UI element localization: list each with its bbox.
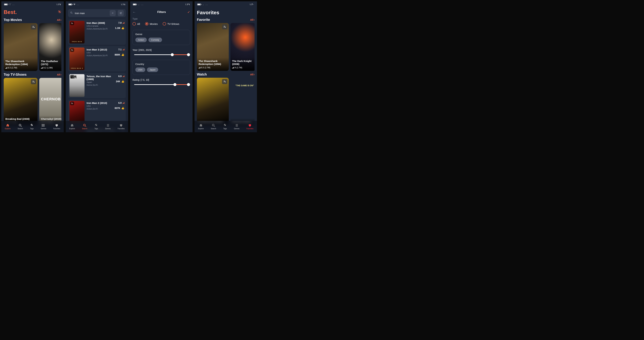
year-slider[interactable] [134,54,188,55]
bottom-nav: Explore Search Tags Genres Favorites [66,121,128,132]
result-country: USA,Canada [86,25,113,27]
add-to-list-button[interactable] [70,102,74,105]
rating-bars-icon [122,22,124,24]
nav-genres[interactable]: Genres [105,124,111,130]
nav-genres[interactable]: Genres [234,124,240,130]
heart-icon [55,124,58,127]
home-icon [6,124,10,127]
bottom-nav: Explore Search Tags Genres Favorites [1,121,64,132]
rating-slider[interactable] [134,84,188,85]
clear-button[interactable]: ✕ [110,10,116,16]
nav-tags[interactable]: Tags [30,124,34,130]
search-input[interactable] [75,12,108,15]
add-to-list-button[interactable] [31,79,36,84]
watch-row[interactable]: Breaking Bad (2008) "THE GAME IS ON" She… [197,78,254,126]
movie-card[interactable]: The Godfather (1972) 9.2 (1.9M) [39,23,62,71]
result-rating: 6.9 [118,75,124,78]
add-to-list-button[interactable] [222,79,228,84]
favorite-row[interactable]: The Shawshank Redemption (1994) 9.3(2.7M… [197,23,254,71]
see-all-link[interactable]: All› [250,73,255,76]
add-to-list-button[interactable] [70,22,74,25]
slider-handle-min[interactable] [171,53,174,56]
see-all-link[interactable]: All› [250,18,255,21]
country-chip[interactable]: USA [135,68,145,72]
nav-favorites[interactable]: Favorites [53,124,60,130]
year-label: Year: [2001, 2023] [132,49,190,51]
filter-button[interactable] [118,10,124,16]
rating-bars-icon [232,67,234,69]
result-genres: Action,Adventure,Sci-Fi [86,54,113,57]
tv-card[interactable]: CHERNOB Chernobyl (2019) 9.4 (798K) [39,78,62,126]
back-button[interactable]: ← [132,10,136,14]
apply-button[interactable]: ✓ [187,10,190,14]
tv-card[interactable]: Breaking Bad (2008) [197,78,229,126]
result-rating: 6.9 [118,102,124,104]
status-time: ١:٢٨ [121,3,126,6]
battery-icon [4,4,8,5]
top-movies-row[interactable]: The Shawshank Redemption (1994) 9.3 (2.7… [4,23,62,71]
radio-movies[interactable]: Movies [145,22,158,26]
search-result[interactable]: IRON MAN 3 Iron Man 3 (2013) USA Action,… [68,46,126,72]
genre-box[interactable]: Genre Action Comedy [132,30,190,45]
add-to-list-button[interactable] [31,25,36,30]
movie-card[interactable]: The Dark Knight (2008) 9(2.7M) [230,23,254,71]
slider-handle-min[interactable] [174,83,176,86]
slider-handle-max[interactable] [187,83,190,86]
section-title: Watch [197,73,207,76]
svg-point-25 [120,13,120,14]
add-to-list-button[interactable] [222,24,228,29]
movie-title: The Shawshank Redemption (1994) [5,60,36,66]
movie-card[interactable]: The Shawshank Redemption (1994) 9.3 (2.7… [4,23,38,71]
nav-search[interactable]: Search [211,124,216,130]
status-time: ١:٣٠ [250,3,254,6]
svg-line-54 [85,126,86,127]
add-to-list-button[interactable] [70,48,74,52]
page-title: Favorites [197,8,254,16]
movie-card[interactable]: The Shawshank Redemption (1994) 9.3(2.7M… [197,23,229,71]
chevron-right-icon: › [60,19,62,22]
thumb-up-icon: 👍 [121,27,124,30]
nav-explore[interactable]: Explore [69,124,75,130]
radio-tv[interactable]: TV-SHows [163,22,179,26]
rating-bars-icon [122,75,124,77]
nav-genres[interactable]: Genres [41,124,46,130]
nav-tags[interactable]: Tags [223,124,227,130]
svg-point-68 [212,124,214,126]
see-all-link[interactable]: All › [57,73,62,76]
type-label: Type [132,18,190,20]
tags-icon [223,124,227,127]
list-icon [106,124,110,127]
svg-point-19 [42,126,42,127]
section-header-watch: Watch All› [197,71,254,78]
nav-favorites[interactable]: Favorites [118,124,124,130]
result-genres: Horror,Sci-Fi [86,84,114,86]
genre-chip[interactable]: Action [135,38,147,42]
country-chip[interactable]: Japan [147,68,158,72]
nav-search[interactable]: Search [18,124,23,130]
search-result[interactable]: IRON MAN Iron Man (2008) USA,Canada Acti… [68,20,126,45]
svg-point-53 [84,124,85,126]
result-country: USA [86,52,113,54]
search-result[interactable]: 鉄男 Tetsuo, the Iron Man (1989) Japan Hor… [68,73,126,98]
nav-explore[interactable]: Explore [5,124,10,130]
section-title: Top Movies [4,18,22,22]
heart-icon [119,124,123,127]
nav-tags[interactable]: Tags [94,124,98,130]
tv-card[interactable]: "THE GAME IS ON" Sherlock (2010) [230,78,254,126]
theme-icon[interactable] [58,10,62,15]
tv-card[interactable]: Breaking Bad (2008) 9.5 (2.0M) [4,78,38,126]
radio-all[interactable]: All [132,22,140,26]
cellular-dots: .... [206,4,208,5]
nav-search[interactable]: Search [82,124,88,130]
see-all-link[interactable]: All › [57,19,62,22]
nav-favorites[interactable]: Favorites [246,124,254,130]
rating-bars-icon [5,67,7,69]
genre-chip[interactable]: Comedy [148,38,162,42]
slider-handle-max[interactable] [187,53,190,56]
top-tv-row[interactable]: Breaking Bad (2008) 9.5 (2.0M) CHERNOB C… [4,78,62,126]
country-box[interactable]: Country USA Japan [132,60,190,75]
movie-meta: 9.3 (2.7M) [5,67,36,69]
nav-explore[interactable]: Explore [198,124,204,130]
tags-icon [30,124,34,127]
tags-icon [94,124,98,127]
